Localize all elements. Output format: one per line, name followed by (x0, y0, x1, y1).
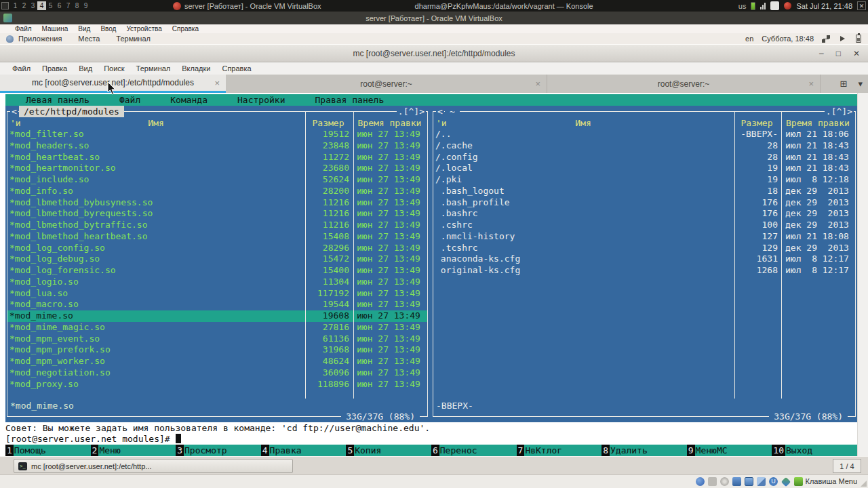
taskbar-item-konsole[interactable]: dharma@PzKpfwMaus:/data/work/vagrant — K… (415, 2, 593, 10)
workspace-button[interactable]: 3 (28, 1, 37, 10)
tab-list-dropdown-icon[interactable]: ▾ (858, 79, 863, 89)
file-row[interactable]: *mod_log_forensic.so 15400 июн 27 13:49 (7, 265, 427, 277)
tray-app-icon[interactable] (770, 1, 779, 10)
panel-path[interactable]: ~ (445, 106, 460, 117)
features-icon[interactable] (794, 477, 803, 486)
terminal-scrollbar[interactable] (857, 93, 868, 456)
panel-history-left[interactable]: < (10, 106, 18, 117)
column-header-name[interactable]: Имя (7, 117, 304, 129)
vbox-menu-item[interactable]: Ввод (100, 25, 116, 33)
file-row[interactable]: *mod_mpm_prefork.so 31968 июн 27 13:49 (7, 344, 427, 356)
terminal-tab[interactable]: mc [root@server.user.net]:/etc/httpd/mod… (0, 75, 226, 93)
file-row[interactable]: *mod_mpm_event.so 61136 июн 27 13:49 (7, 333, 427, 345)
close-icon[interactable]: ✕ (857, 1, 866, 10)
tab-close-icon[interactable]: × (535, 79, 540, 89)
hard-disk-icon[interactable] (708, 477, 717, 486)
function-key-button[interactable]: 3 Просмотр (176, 445, 261, 456)
guest-panel-menu-item[interactable]: Терминал (116, 35, 151, 43)
shell-prompt[interactable]: [root@server.user.net modules]# (5, 434, 181, 445)
column-header-mtime[interactable]: Время правки (781, 117, 855, 129)
konsole-menu-item[interactable]: Правка (42, 64, 67, 73)
file-row[interactable]: *mod_mpm_worker.so 48624 июн 27 13:49 (7, 356, 427, 367)
konsole-menu-item[interactable]: Вкладки (182, 64, 210, 73)
taskbar-item-virtualbox[interactable]: server [Работает] - Oracle VM VirtualBox (173, 2, 321, 10)
workspace-pager[interactable]: 1 / 4 (833, 459, 861, 473)
mc-menu-item[interactable]: Файл (119, 94, 140, 106)
tray-record-icon[interactable] (784, 2, 791, 9)
file-row[interactable]: *mod_proxy.so 118896 июн 27 13:49 (7, 379, 427, 390)
workspace-button[interactable]: 5 (46, 1, 55, 10)
column-header-size[interactable]: Размер (304, 117, 352, 129)
file-row[interactable]: .tcshrc 129 дек 29 2013 (433, 243, 855, 254)
terminal-view[interactable]: Левая панельФайлКомандаНастройкиПравая п… (0, 93, 868, 456)
workspace-button[interactable]: 6 (55, 1, 64, 10)
guest-keyboard-layout[interactable]: en (745, 35, 753, 43)
function-key-button[interactable]: 5 Копия (346, 445, 431, 456)
vbox-menu-item[interactable]: Вид (78, 25, 90, 33)
function-key-button[interactable]: 6 Перенос (431, 445, 517, 456)
keyboard-layout-indicator[interactable]: us (738, 2, 747, 10)
workspace-button[interactable]: 2 (20, 1, 28, 10)
guest-clock[interactable]: Суббота, 18:48 (762, 35, 814, 43)
tab-close-icon[interactable]: × (214, 78, 220, 88)
konsole-menu-item[interactable]: Поиск (104, 64, 124, 73)
konsole-menu-item[interactable]: Файл (12, 64, 31, 73)
file-row[interactable]: *mod_logio.so 11304 июн 27 13:49 (7, 277, 427, 288)
column-header-size[interactable]: Размер (733, 117, 781, 129)
video-capture-icon[interactable] (757, 477, 766, 486)
panel-history-left[interactable]: < (436, 106, 444, 117)
file-row[interactable]: *mod_lua.so 117192 июн 27 13:49 (7, 288, 427, 300)
panel-corner-controls[interactable]: .[^]> (397, 106, 426, 117)
file-row[interactable]: *mod_info.so 28200 июн 27 13:49 (7, 186, 427, 197)
file-row[interactable]: *mod_heartmonitor.so 23680 июн 27 13:49 (7, 163, 427, 174)
function-key-button[interactable]: 7 НвКтлог (517, 445, 602, 456)
terminal-tab[interactable]: root@server:~ × (547, 75, 821, 93)
guest-volume-icon[interactable] (840, 36, 848, 41)
workspace-button[interactable]: 1 (11, 1, 20, 10)
file-row[interactable]: .bashrc 176 дек 29 2013 (433, 208, 855, 220)
window-list-icon[interactable] (1, 2, 9, 9)
terminal-tab[interactable]: root@server:~ × (226, 75, 547, 93)
maximize-icon[interactable]: □ (836, 49, 841, 58)
guest-battery-icon[interactable] (856, 35, 861, 43)
minimize-icon[interactable]: – (819, 49, 824, 58)
file-row[interactable]: *mod_headers.so 23848 июн 27 13:49 (7, 140, 427, 152)
vbox-menu-item[interactable]: Машина (42, 25, 68, 33)
file-row[interactable]: .cshrc 100 дек 29 2013 (433, 220, 855, 231)
mouse-integration-icon[interactable] (696, 477, 705, 486)
shared-folders-icon[interactable] (781, 476, 791, 486)
mc-menu-item[interactable]: Команда (170, 94, 208, 106)
function-key-button[interactable]: 1 Помощь (5, 445, 91, 456)
new-tab-icon[interactable]: ⊞ (840, 79, 848, 89)
file-row[interactable]: *mod_negotiation.so 36096 июн 27 13:49 (7, 367, 427, 379)
function-key-button[interactable]: 4 Правка (261, 445, 347, 456)
file-row[interactable]: .bash_logout 18 дек 29 2013 (433, 186, 855, 197)
close-icon[interactable]: ✕ (853, 49, 860, 58)
file-row[interactable]: *mod_lbmethod_bybusyness.so 11216 июн 27… (7, 197, 427, 209)
workspace-button[interactable]: 7 (64, 1, 73, 10)
file-row[interactable]: .nmcli-history 127 июл 21 18:08 (433, 231, 855, 243)
display-icon[interactable] (745, 477, 753, 486)
mc-menu-item[interactable]: Настройки (237, 94, 285, 106)
konsole-menu-item[interactable]: Терминал (136, 64, 171, 73)
function-key-button[interactable]: 8 Удалить (601, 445, 687, 456)
vbox-menu-item[interactable]: Файл (15, 25, 32, 33)
file-row[interactable]: *mod_log_config.so 28296 июн 27 13:49 (7, 243, 427, 254)
file-row[interactable]: *mod_heartbeat.so 11272 июн 27 13:49 (7, 152, 427, 163)
workspace-button[interactable]: 4 (37, 1, 46, 10)
workspace-button[interactable]: 8 (73, 1, 81, 10)
host-clock[interactable]: Sat Jul 21, 21:48 (796, 2, 852, 10)
mc-menu-item[interactable]: Левая панель (26, 94, 90, 106)
file-row[interactable]: *mod_macro.so 19544 июн 27 13:49 (7, 299, 427, 310)
network-signal-icon[interactable] (760, 2, 766, 9)
column-header-mtime[interactable]: Время правки (352, 117, 427, 129)
guest-panel-menu-item[interactable]: Приложения (18, 35, 62, 43)
file-row[interactable]: original-ks.cfg 1268 июл 8 12:17 (433, 265, 855, 277)
file-row[interactable]: *mod_mime_magic.so 27816 июн 27 13:49 (7, 322, 427, 333)
file-row[interactable]: *mod_lbmethod_heartbeat.so 15408 июн 27 … (7, 231, 427, 243)
column-header-name[interactable]: Имя (433, 117, 733, 129)
function-key-button[interactable]: 9 МенюМС (687, 445, 772, 456)
guest-network-icon[interactable] (822, 35, 830, 43)
function-key-button[interactable]: 2 Меню (91, 445, 176, 456)
file-row[interactable]: /.config 28 июл 21 18:43 (433, 152, 855, 163)
